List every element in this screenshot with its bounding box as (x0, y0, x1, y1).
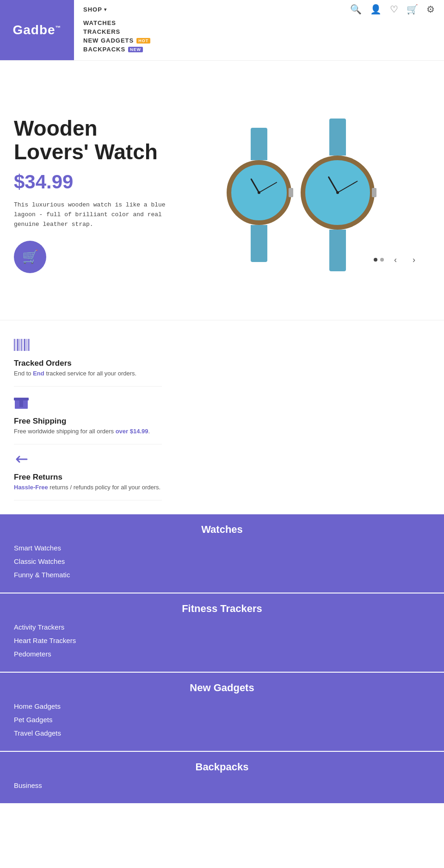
svg-rect-4 (21, 339, 22, 351)
hero-image: ‹ › (171, 119, 430, 271)
watch-2-center (336, 191, 339, 194)
shop-toggle[interactable]: SHOP ▾ (83, 6, 107, 13)
nav-links: WATCHES TRACKERS NEW GADGETS HOT BACKPAC… (83, 19, 435, 53)
svg-rect-1 (16, 339, 16, 351)
add-to-cart-button[interactable]: 🛒 (14, 241, 46, 273)
watch-1-strap-bottom (251, 225, 267, 262)
nav-new-gadgets[interactable]: NEW GADGETS HOT (83, 37, 435, 44)
category-link-business[interactable]: Business (14, 781, 430, 789)
category-link-pet-gadgets[interactable]: Pet Gadgets (14, 716, 430, 724)
svg-rect-7 (26, 339, 27, 351)
hero-title: Wooden Lovers' Watch (14, 117, 171, 163)
carousel-dot-2[interactable] (380, 258, 384, 262)
watch-1-hour-hand (250, 178, 259, 193)
svg-rect-12 (19, 398, 23, 407)
category-backpacks: BackpacksBusiness (0, 752, 444, 803)
carousel-dots (374, 258, 384, 262)
shop-label: SHOP (83, 6, 102, 13)
category-new-gadgets: New GadgetsHome GadgetsPet GadgetsTravel… (0, 673, 444, 751)
nav-watches[interactable]: WATCHES (83, 19, 435, 26)
category-backpacks-title: Backpacks (14, 761, 430, 773)
feature-shipping-desc: Free worldwide shipping for all orders o… (14, 428, 162, 435)
watch-2-face (305, 160, 370, 225)
categories-section: WatchesSmart WatchesClassic WatchesFunny… (0, 514, 444, 803)
logo-area: Gadbe™ (0, 0, 74, 60)
carousel-controls: ‹ › (374, 253, 421, 267)
return-icon (14, 454, 162, 468)
category-link-activity-trackers[interactable]: Activity Trackers (14, 623, 430, 631)
feature-free-returns: Free Returns Hassle-Free returns / refun… (14, 444, 162, 500)
watch-2-strap-top (329, 119, 346, 156)
nav-trackers[interactable]: TRACKERS (83, 28, 435, 35)
logo: Gadbe™ (12, 23, 61, 37)
nav-top: SHOP ▾ 🔍 👤 ♡ 🛒 ⚙ (83, 4, 435, 15)
gear-icon[interactable]: ⚙ (426, 4, 435, 15)
watch-2 (301, 119, 375, 271)
category-link-home-gadgets[interactable]: Home Gadgets (14, 702, 430, 710)
nav-backpacks[interactable]: BACKPACKS NEW (83, 46, 435, 53)
heart-icon[interactable]: ♡ (390, 4, 398, 15)
svg-rect-5 (23, 339, 23, 351)
new-badge: NEW (128, 47, 143, 52)
shipping-highlight: over $14.99 (116, 428, 148, 435)
watch-2-minute-hand (338, 181, 358, 193)
category-fitness-trackers-title: Fitness Trackers (14, 603, 430, 615)
category-new-gadgets-links: Home GadgetsPet GadgetsTravel Gadgets (14, 702, 430, 737)
feature-tracked-desc: End to End tracked service for all your … (14, 370, 162, 377)
watch-1-minute-hand (259, 182, 278, 193)
nav-area: SHOP ▾ 🔍 👤 ♡ 🛒 ⚙ WATCHES TRACKERS NEW GA… (74, 0, 444, 60)
hot-badge: HOT (136, 38, 150, 44)
svg-rect-0 (14, 339, 15, 351)
watch-1-face (231, 165, 287, 220)
watch-1-center (258, 191, 260, 194)
category-link-pedometers[interactable]: Pedometers (14, 650, 430, 658)
category-watches-title: Watches (14, 524, 430, 536)
watch-2-strap-bottom (329, 230, 346, 271)
svg-rect-8 (28, 339, 29, 351)
watches-image (227, 119, 375, 271)
watch-2-hour-hand (328, 176, 339, 193)
hero-price: $34.99 (14, 171, 171, 193)
tracked-highlight: End (33, 370, 44, 377)
category-link-travel-gadgets[interactable]: Travel Gadgets (14, 729, 430, 737)
carousel-dot-1[interactable] (374, 258, 377, 262)
carousel-prev-button[interactable]: ‹ (388, 253, 402, 267)
hero-description: This luxurious wooden watch is like a bl… (14, 200, 171, 229)
barcode-icon (14, 339, 162, 354)
search-icon[interactable]: 🔍 (350, 4, 362, 15)
feature-tracked-title: Tracked Orders (14, 359, 162, 368)
watch-1-strap-top (251, 128, 267, 160)
svg-rect-6 (24, 339, 25, 351)
category-watches-links: Smart WatchesClassic WatchesFunny & Them… (14, 544, 430, 579)
watch-1 (227, 128, 291, 262)
feature-returns-desc: Hassle-Free returns / refunds policy for… (14, 484, 162, 491)
chevron-down-icon: ▾ (104, 7, 107, 12)
hero-content: Wooden Lovers' Watch $34.99 This luxurio… (14, 117, 171, 273)
carousel-next-button[interactable]: › (407, 253, 421, 267)
category-watches: WatchesSmart WatchesClassic WatchesFunny… (0, 514, 444, 593)
category-new-gadgets-title: New Gadgets (14, 682, 430, 694)
cart-button-icon: 🛒 (22, 249, 38, 264)
box-icon (14, 396, 162, 412)
feature-free-shipping: Free Shipping Free worldwide shipping fo… (14, 387, 162, 444)
watch-2-body (301, 156, 375, 230)
svg-rect-9 (29, 339, 30, 351)
category-link-heart-rate-trackers[interactable]: Heart Rate Trackers (14, 637, 430, 644)
category-link-classic-watches[interactable]: Classic Watches (14, 557, 430, 565)
category-backpacks-links: Business (14, 781, 430, 789)
nav-icons: 🔍 👤 ♡ 🛒 ⚙ (350, 4, 435, 15)
hero-section: Wooden Lovers' Watch $34.99 This luxurio… (0, 61, 444, 320)
watch-1-body (227, 160, 291, 225)
header: Gadbe™ SHOP ▾ 🔍 👤 ♡ 🛒 ⚙ WATCHES TRACKERS… (0, 0, 444, 61)
watch-2-crown (372, 188, 376, 197)
features-section: Tracked Orders End to End tracked servic… (0, 320, 444, 505)
category-link-funny--thematic[interactable]: Funny & Thematic (14, 571, 430, 579)
category-fitness-trackers: Fitness TrackersActivity TrackersHeart R… (0, 593, 444, 672)
cart-icon[interactable]: 🛒 (407, 4, 418, 15)
category-link-smart-watches[interactable]: Smart Watches (14, 544, 430, 552)
feature-shipping-title: Free Shipping (14, 417, 162, 426)
category-fitness-trackers-links: Activity TrackersHeart Rate TrackersPedo… (14, 623, 430, 658)
user-icon[interactable]: 👤 (370, 4, 382, 15)
watch-1-crown (289, 188, 293, 197)
svg-rect-2 (17, 339, 18, 351)
